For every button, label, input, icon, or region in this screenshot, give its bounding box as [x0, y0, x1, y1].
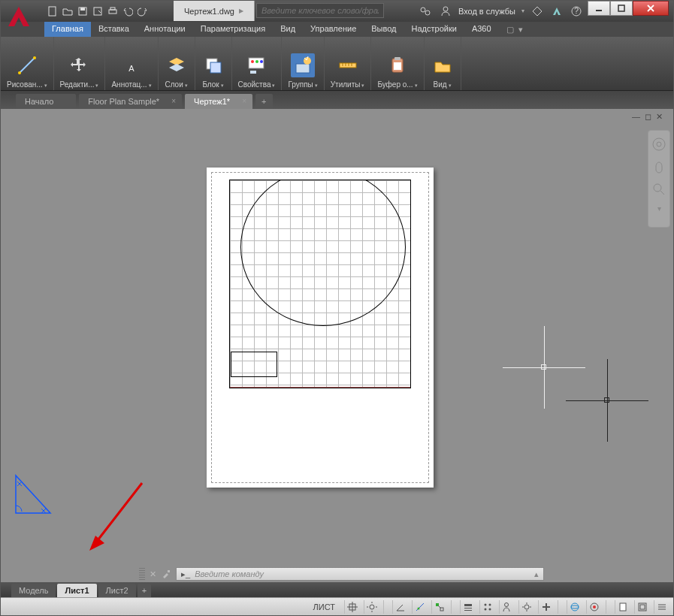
- cmd-close-icon[interactable]: ✕: [150, 569, 156, 579]
- svg-rect-6: [110, 8, 115, 10]
- help-icon[interactable]: ?: [570, 5, 583, 18]
- svg-point-22: [255, 60, 258, 63]
- layout-tab-model[interactable]: Модель: [11, 584, 56, 597]
- status-isolate-icon[interactable]: [586, 600, 601, 614]
- svg-rect-57: [464, 610, 472, 611]
- ribbon-panel-view[interactable]: Вид: [425, 37, 461, 90]
- maximize-button[interactable]: [610, 1, 633, 16]
- nav-more-icon[interactable]: ▾: [657, 204, 661, 213]
- ribbon-tab[interactable]: Вывод: [364, 22, 403, 37]
- doc-tab[interactable]: Floor Plan Sample*×: [79, 94, 182, 109]
- status-bar: ЛИСТ: [1, 597, 673, 615]
- status-points-icon[interactable]: [479, 600, 494, 614]
- ribbon-panel-annotation[interactable]: AАннотац...: [105, 37, 158, 90]
- ribbon-tab[interactable]: Параметризация: [193, 22, 273, 37]
- svg-point-73: [593, 605, 596, 608]
- nav-wheel-icon[interactable]: [651, 137, 666, 152]
- ribbon-tab[interactable]: Вставка: [91, 22, 137, 37]
- ribbon-tab[interactable]: Управление: [303, 22, 364, 37]
- status-customize-icon[interactable]: [654, 600, 669, 614]
- ribbon-panel-utilities[interactable]: Утилиты: [325, 37, 372, 90]
- close-icon[interactable]: ×: [171, 97, 176, 105]
- user-icon[interactable]: [439, 5, 452, 18]
- layout-tab[interactable]: Лист2: [98, 584, 136, 597]
- cmd-drag-handle-icon[interactable]: [139, 568, 145, 580]
- svg-rect-24: [250, 71, 256, 74]
- ucs-icon[interactable]: [11, 470, 59, 518]
- ribbon-panel-clipboard[interactable]: Буфер о...: [371, 37, 424, 90]
- doc-tab[interactable]: Начало: [16, 94, 76, 109]
- featured-apps-icon[interactable]: ▢: [506, 25, 514, 35]
- layout-paper: [207, 168, 434, 488]
- doc-tab-add[interactable]: +: [255, 94, 272, 109]
- minimize-button[interactable]: [588, 1, 610, 16]
- ribbon-tab[interactable]: Главная: [44, 22, 91, 37]
- qat-undo-icon[interactable]: [121, 5, 134, 18]
- cmd-history-up-icon[interactable]: ▴: [534, 569, 539, 579]
- qat-save-icon[interactable]: [76, 5, 89, 18]
- ribbon-panel-modify[interactable]: Редакти...: [54, 37, 106, 90]
- vp-maximize-icon[interactable]: ◻: [645, 112, 651, 122]
- ribbon-panel-groups[interactable]: Группы: [282, 37, 324, 90]
- qat-print-icon[interactable]: [106, 5, 119, 18]
- ribbon-panel-draw[interactable]: Рисован...: [1, 37, 54, 90]
- status-polar-icon[interactable]: [412, 600, 427, 614]
- svg-point-59: [488, 603, 491, 605]
- layout-tab[interactable]: Лист1: [57, 584, 96, 597]
- navigation-bar: ▾: [648, 130, 670, 228]
- svg-point-21: [251, 60, 254, 63]
- svg-point-71: [571, 605, 579, 608]
- ribbon-tabs: Главная Вставка Аннотации Параметризация…: [1, 22, 673, 37]
- infocenter-icon[interactable]: [419, 5, 433, 18]
- svg-rect-4: [94, 8, 101, 15]
- status-osnap-icon[interactable]: [431, 600, 446, 614]
- ribbon-tab[interactable]: Вид: [273, 22, 303, 37]
- ribbon-panel-block[interactable]: Блок: [195, 37, 232, 90]
- status-scale-icon[interactable]: [499, 600, 514, 614]
- line-icon: [15, 53, 39, 77]
- ribbon-panel-layers[interactable]: Слои: [159, 37, 195, 90]
- close-icon[interactable]: ×: [242, 97, 246, 105]
- status-plus-icon[interactable]: [538, 600, 553, 614]
- status-paper-icon[interactable]: [615, 600, 630, 614]
- vp-minimize-icon[interactable]: —: [632, 112, 640, 122]
- search-input[interactable]: [256, 3, 384, 18]
- qat-new-icon[interactable]: [46, 5, 59, 18]
- doc-tab[interactable]: Чертеж1*×: [185, 94, 252, 109]
- annotation-arrow: [82, 477, 150, 552]
- ribbon-dropdown-icon[interactable]: ▾: [518, 25, 523, 35]
- status-sun-icon[interactable]: [364, 600, 379, 614]
- close-button[interactable]: [633, 1, 669, 16]
- status-lwt-icon[interactable]: [460, 600, 475, 614]
- nav-pan-icon[interactable]: [651, 159, 666, 174]
- command-input[interactable]: ▸_ Введите команду ▴: [176, 567, 544, 581]
- cmd-customize-icon[interactable]: [161, 569, 171, 579]
- ribbon-panel-label: Слои: [165, 80, 187, 89]
- svg-point-37: [654, 184, 661, 192]
- qat-saveas-icon[interactable]: [91, 5, 104, 18]
- nav-zoom-icon[interactable]: [651, 182, 666, 197]
- drawing-baseline: [230, 387, 410, 388]
- status-maxvp-icon[interactable]: [634, 600, 649, 614]
- autodesk-logo-icon[interactable]: [550, 5, 564, 18]
- doc-tab-label: Начало: [25, 97, 53, 106]
- qat-open-icon[interactable]: [61, 5, 74, 18]
- layout-tab-add[interactable]: +: [138, 584, 151, 597]
- status-sep: [558, 600, 562, 614]
- status-globe-icon[interactable]: [567, 600, 582, 614]
- ribbon-tab[interactable]: Надстройки: [404, 22, 464, 37]
- status-gear-icon[interactable]: [518, 600, 533, 614]
- status-angle-icon[interactable]: [392, 600, 407, 614]
- exchange-icon[interactable]: [530, 5, 544, 18]
- status-mode[interactable]: ЛИСТ: [309, 600, 340, 614]
- drawing-area[interactable]: — ◻ ✕ ▾: [1, 109, 673, 566]
- status-target-icon[interactable]: [344, 600, 359, 614]
- signin-link[interactable]: Вход в службы: [458, 7, 515, 16]
- viewport-frame[interactable]: [229, 180, 411, 388]
- ribbon-tab[interactable]: A360: [464, 22, 499, 37]
- ribbon-panel-properties[interactable]: Свойства: [232, 37, 283, 90]
- qat-redo-icon[interactable]: [136, 5, 150, 18]
- ribbon-tab[interactable]: Аннотации: [137, 22, 193, 37]
- app-logo-icon[interactable]: [5, 4, 32, 31]
- vp-close-icon[interactable]: ✕: [656, 112, 663, 122]
